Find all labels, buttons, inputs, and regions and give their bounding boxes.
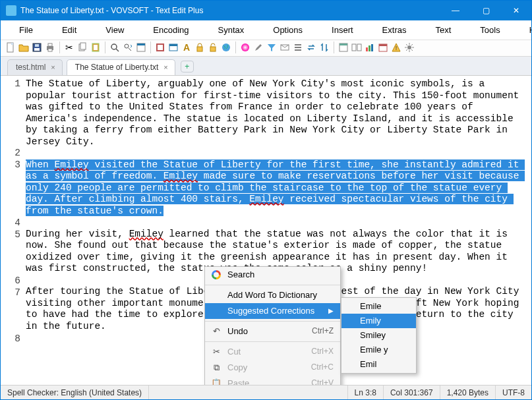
menu-extras[interactable]: Extras (368, 23, 421, 37)
mail-icon[interactable] (279, 42, 291, 53)
svg-rect-20 (169, 44, 177, 46)
window-title: The Statue of Liberty.txt - VOVSOFT - Te… (20, 6, 440, 15)
paste-icon[interactable] (90, 42, 102, 53)
suggestion-item[interactable]: Emile (341, 299, 416, 314)
menu-item-copy: ⧉CopyCtrl+C (205, 360, 340, 376)
suggestion-item[interactable]: Emily (341, 314, 416, 328)
list-icon[interactable] (292, 42, 304, 53)
print-icon[interactable] (44, 42, 56, 53)
menu-edit[interactable]: Edit (47, 23, 91, 37)
window2-icon[interactable] (338, 42, 349, 53)
close-button[interactable]: ✕ (501, 1, 531, 20)
sort-icon[interactable] (318, 42, 330, 53)
calendar-icon[interactable] (377, 42, 389, 53)
status-spellcheck[interactable]: Spell Checker: English (United States) (1, 386, 149, 399)
svg-rect-34 (379, 44, 387, 46)
book-icon[interactable] (154, 42, 166, 53)
lock-icon[interactable] (194, 42, 206, 53)
swap-icon[interactable] (305, 42, 317, 53)
unlock-icon[interactable] (207, 42, 219, 53)
editor[interactable]: 12345678 The Statue of Liberty, arguably… (1, 76, 531, 385)
menu-shortcut: Ctrl+X (311, 346, 334, 358)
menu-syntax[interactable]: Syntax (204, 23, 259, 37)
svg-rect-18 (158, 45, 163, 50)
tab-close-icon[interactable]: × (163, 63, 167, 71)
replace-icon[interactable] (122, 42, 134, 53)
tab[interactable]: test.html× (7, 59, 63, 75)
color-picker-icon[interactable] (239, 42, 251, 53)
tab-label: The Statue of Liberty.txt (75, 63, 159, 72)
svg-rect-6 (48, 43, 52, 46)
line-number: 6 (1, 275, 20, 287)
menu-help[interactable]: Help (515, 23, 532, 37)
app-icon (6, 5, 16, 16)
filter-icon[interactable] (266, 42, 278, 53)
suggestion-item[interactable]: Emil (341, 357, 416, 372)
menu-text[interactable]: Text (421, 23, 465, 37)
menu-item-label: Add Word To Dictionary (227, 289, 334, 301)
copy-icon[interactable] (76, 42, 88, 53)
line-number: 8 (1, 333, 20, 345)
compare-icon[interactable] (351, 42, 363, 53)
minimize-button[interactable]: — (440, 1, 471, 20)
menu-item-add-word-to-dictionary[interactable]: Add Word To Dictionary (205, 287, 340, 303)
svg-point-24 (241, 43, 249, 51)
menu-item-undo[interactable]: ↶UndoCtrl+Z (205, 324, 340, 339)
svg-rect-30 (366, 47, 368, 51)
suggestions-submenu: EmileEmilySmileyEmile yEmil (341, 297, 417, 374)
new-file-icon[interactable] (5, 42, 16, 53)
status-encoding[interactable]: UTF-8 (496, 386, 531, 399)
svg-text:!: ! (396, 45, 398, 51)
cut-icon[interactable]: ✂ (63, 42, 75, 53)
editor-line[interactable] (26, 148, 527, 159)
menu-item-search[interactable]: Search (205, 267, 340, 283)
tab-label: test.html (16, 63, 45, 72)
open-file-icon[interactable] (18, 42, 30, 53)
font-icon[interactable]: A (181, 42, 192, 53)
line-number: 1 (1, 78, 20, 148)
editor-line[interactable] (26, 217, 527, 229)
editor-line[interactable]: The Statue of Liberty, arguably one of N… (26, 78, 527, 148)
svg-rect-4 (35, 44, 39, 47)
menu-file[interactable]: File (5, 23, 47, 37)
search-icon[interactable] (109, 42, 121, 53)
svg-rect-9 (80, 43, 86, 49)
maximize-button[interactable]: ▢ (471, 1, 501, 20)
menu-item-suggested-corrections[interactable]: Suggested Corrections▶ (205, 303, 340, 319)
menu-shortcut: Ctrl+V (311, 378, 334, 385)
suggestion-item[interactable]: Emile y (341, 343, 416, 357)
editor-line[interactable]: When Emiley visited the Statue of Libert… (26, 159, 527, 217)
toolbar: ✂ A ! (1, 40, 531, 57)
status-col: Col 301:367 (384, 386, 440, 399)
save-icon[interactable] (31, 42, 43, 53)
svg-rect-28 (352, 44, 356, 51)
status-line: Ln 3:8 (348, 386, 384, 399)
gear-icon[interactable] (403, 42, 415, 53)
paste-icon: 📋 (210, 378, 222, 385)
menu-options[interactable]: Options (258, 23, 317, 37)
tab-bar: test.html×The Statue of Liberty.txt×+ (1, 57, 531, 76)
status-bar: Spell Checker: English (United States) L… (1, 385, 531, 399)
warning-icon[interactable]: ! (390, 42, 402, 53)
menubar: FileEditViewEncodingSyntaxOptionsInsertE… (1, 20, 531, 40)
menu-item-label: Cut (227, 346, 306, 358)
menu-tools[interactable]: Tools (465, 23, 514, 37)
menu-insert[interactable]: Insert (317, 23, 368, 37)
menu-shortcut: Ctrl+Z (312, 326, 334, 337)
menu-view[interactable]: View (91, 23, 138, 37)
bookmark-icon[interactable] (135, 42, 147, 53)
suggestion-item[interactable]: Smiley (341, 328, 416, 343)
chart-icon[interactable] (364, 42, 376, 53)
svg-point-14 (125, 44, 129, 48)
line-number: 2 (1, 148, 20, 159)
world-icon[interactable] (220, 42, 232, 53)
tab[interactable]: The Statue of Liberty.txt× (67, 59, 175, 75)
svg-point-23 (222, 43, 230, 51)
tab-close-icon[interactable]: × (51, 63, 55, 71)
brush-icon[interactable] (252, 42, 264, 53)
line-gutter: 12345678 (1, 76, 24, 385)
line-number: 7 (1, 287, 20, 333)
menu-encoding[interactable]: Encoding (138, 23, 203, 37)
tab-add-button[interactable]: + (181, 61, 194, 72)
window-icon[interactable] (167, 42, 179, 53)
